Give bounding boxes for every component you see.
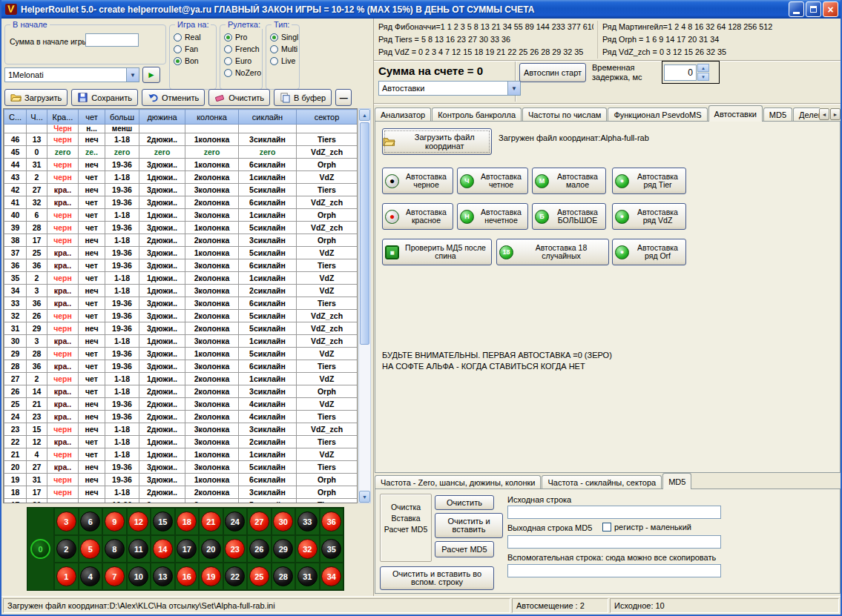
lowercase-checkbox[interactable]	[602, 523, 611, 531]
board-number-11[interactable]: 11	[128, 539, 148, 559]
column-header[interactable]: дюжина	[139, 110, 185, 125]
board-number-33[interactable]: 33	[297, 511, 318, 531]
board-number-22[interactable]: 22	[225, 566, 245, 586]
roulette-type-option[interactable]: French	[224, 44, 258, 53]
clear-button[interactable]: Очистить	[208, 89, 270, 106]
source-string-input[interactable]	[507, 506, 721, 519]
board-number-15[interactable]: 15	[153, 511, 173, 531]
board-number-3[interactable]: 3	[56, 511, 76, 531]
scrollbar-thumb[interactable]	[360, 122, 369, 345]
board-number-5[interactable]: 5	[80, 539, 100, 559]
tab-division[interactable]: Делени	[793, 107, 820, 122]
column-header[interactable]: сиклайн	[239, 110, 297, 125]
autospin-start-button[interactable]: Автоспин старт	[519, 63, 586, 82]
board-number-31[interactable]: 31	[297, 566, 318, 586]
chevron-down-icon[interactable]: ▼	[507, 82, 520, 95]
md5-clear-paste-button[interactable]: Очистить и вставить	[435, 513, 503, 538]
column-header[interactable]: чет	[79, 110, 105, 125]
collapse-button[interactable]: —	[335, 89, 352, 106]
maximize-button[interactable]	[806, 1, 821, 17]
column-header[interactable]: колонка	[185, 110, 239, 125]
tab-scroll-right-icon[interactable]: ►	[830, 108, 841, 120]
board-number-20[interactable]: 20	[201, 539, 221, 559]
tab-scroll-left-icon[interactable]: ◄	[819, 108, 829, 120]
board-number-14[interactable]: 14	[153, 539, 173, 559]
board-number-29[interactable]: 29	[273, 539, 293, 559]
tab-freq-zero-chances[interactable]: Частота - Zero, шансы, дюжины, колонки	[375, 475, 541, 489]
column-header[interactable]: сектор	[297, 110, 358, 125]
board-number-12[interactable]: 12	[128, 511, 148, 531]
roulette-type-option[interactable]: NoZero	[224, 68, 258, 77]
start-sum-input[interactable]	[85, 33, 139, 47]
board-number-26[interactable]: 26	[249, 539, 269, 559]
board-number-34[interactable]: 34	[321, 566, 341, 586]
tab-analizator[interactable]: Анализатор	[375, 107, 431, 122]
column-header[interactable]: С...	[4, 110, 27, 125]
close-button[interactable]: ×	[823, 1, 838, 17]
autobet-red-button[interactable]: ● Автоставка красное	[382, 203, 453, 230]
tab-number-frequencies[interactable]: Частоты по числам	[522, 107, 607, 122]
game-mode-option[interactable]: Real	[174, 33, 212, 42]
board-number-2[interactable]: 2	[56, 539, 76, 559]
tab-freq-sixlines-sectors[interactable]: Частота - сиклайны, сектора	[542, 475, 662, 489]
tab-psevdoms[interactable]: Функционал PsevdoMS	[608, 107, 707, 122]
tab-bankroll-control[interactable]: Контроль банкролла	[432, 107, 522, 122]
output-string-input[interactable]	[507, 535, 721, 549]
strategy-combo[interactable]: 1Melonati ▼	[4, 67, 139, 82]
scroll-up-icon[interactable]: ▲	[359, 109, 370, 121]
table-kind-option[interactable]: Live	[270, 56, 295, 65]
board-number-17[interactable]: 17	[177, 539, 197, 559]
board-number-27[interactable]: 27	[249, 511, 269, 531]
game-mode-option[interactable]: Fan	[174, 44, 212, 53]
board-number-21[interactable]: 21	[201, 511, 221, 531]
board-number-18[interactable]: 18	[177, 511, 197, 531]
save-button[interactable]: Сохранить	[71, 89, 138, 106]
table-kind-option[interactable]: Multi	[270, 44, 295, 53]
autobet-orf-row-button[interactable]: ● Автоставка ряд Orf	[612, 239, 686, 265]
copy-to-buffer-button[interactable]: В буфер	[274, 89, 332, 106]
undo-button[interactable]: Отменить	[142, 89, 205, 106]
autobet-big-button[interactable]: Б Автоставка БОЛЬШОЕ	[532, 203, 606, 230]
tab-autobets[interactable]: Автоставки	[708, 105, 763, 122]
md5-clear-paste-helper-button[interactable]: Очистить и вставить во вспом. строку	[380, 566, 494, 590]
board-number-6[interactable]: 6	[80, 511, 100, 531]
board-number-7[interactable]: 7	[105, 566, 125, 586]
spinner-up-icon[interactable]: ▲	[697, 64, 709, 72]
board-number-28[interactable]: 28	[273, 566, 293, 586]
column-header[interactable]: Ч...	[27, 110, 47, 125]
board-zero-cell[interactable]: 0	[27, 508, 54, 590]
board-number-16[interactable]: 16	[177, 566, 197, 586]
board-number-0[interactable]: 0	[30, 539, 50, 559]
autobet-vdz-row-button[interactable]: ● Автоставка ряд VdZ	[612, 203, 686, 230]
autobets-combo[interactable]: Автоставки ▼	[378, 81, 521, 96]
table-kind-option[interactable]: Singl	[270, 33, 295, 42]
board-number-30[interactable]: 30	[273, 511, 293, 531]
column-header[interactable]: больш	[105, 110, 139, 125]
chevron-down-icon[interactable]: ▼	[126, 68, 139, 82]
board-number-24[interactable]: 24	[225, 511, 245, 531]
board-number-9[interactable]: 9	[105, 511, 125, 531]
autobet-small-button[interactable]: М Автоставка малое	[532, 168, 606, 194]
delay-value[interactable]: 0	[664, 64, 697, 81]
autobet-tier-row-button[interactable]: ● Автоставка ряд Tier	[612, 168, 686, 194]
autobet-even-button[interactable]: Ч Автоставка четное	[457, 168, 528, 194]
board-number-10[interactable]: 10	[128, 566, 148, 586]
tab-md5[interactable]: MD5	[763, 107, 792, 122]
check-md5-after-spin-button[interactable]: ■ Проверить МД5 после спина	[382, 239, 492, 265]
autobet-18-random-button[interactable]: 18 Автоставка 18 случайных	[496, 239, 609, 265]
game-mode-option[interactable]: Bon	[174, 56, 212, 65]
helper-string-input[interactable]	[507, 564, 721, 577]
board-number-19[interactable]: 19	[201, 566, 221, 586]
roulette-type-option[interactable]: Pro	[224, 33, 258, 42]
board-number-36[interactable]: 36	[321, 511, 341, 531]
scroll-down-icon[interactable]: ▼	[359, 491, 370, 503]
board-number-23[interactable]: 23	[225, 539, 245, 559]
board-number-13[interactable]: 13	[153, 566, 173, 586]
spinner-down-icon[interactable]: ▼	[697, 73, 709, 81]
board-number-4[interactable]: 4	[80, 566, 100, 586]
load-button[interactable]: Загрузить	[4, 89, 68, 106]
autobet-odd-button[interactable]: Н Автоставка нечетное	[457, 203, 528, 230]
autobet-black-button[interactable]: ● Автоставка черное	[382, 168, 453, 194]
board-number-35[interactable]: 35	[321, 539, 341, 559]
md5-calc-button[interactable]: Расчет MD5	[435, 541, 494, 557]
